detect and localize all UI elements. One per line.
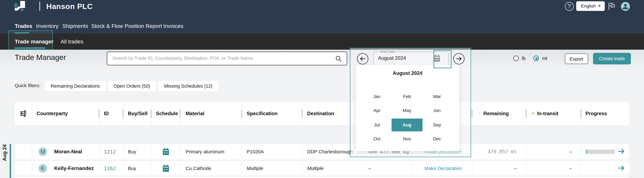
column-header-remaining[interactable]: Remaining <box>478 102 509 125</box>
column-header-in-transit-label: In-transit <box>537 111 558 116</box>
in-transit-cell: – <box>532 161 572 176</box>
filter-chip-remaining-declarations[interactable]: Remaining Declarations <box>44 80 106 92</box>
table-row-partial[interactable] <box>15 177 629 178</box>
cell-divider <box>526 161 526 176</box>
column-resize-handle[interactable] <box>241 110 242 118</box>
table-row[interactable]: M Moran-Neal 1212 Buy Primary aluminum P… <box>15 144 629 160</box>
column-resize-handle[interactable] <box>179 110 181 118</box>
user-avatar[interactable] <box>621 2 630 11</box>
in-transit-cell: – <box>532 144 572 160</box>
month-picker-title[interactable]: August 2024 <box>356 70 459 76</box>
search-icon[interactable] <box>335 55 342 63</box>
trade-id-link[interactable]: 1212 <box>104 144 116 160</box>
schedule-calendar-icon[interactable] <box>162 161 169 176</box>
tab-stock-and-flow[interactable]: Stock & Flow <box>91 23 123 29</box>
next-month-button[interactable] <box>453 53 464 64</box>
make-declaration-link[interactable]: Make Declaration <box>424 161 462 176</box>
month-option-apr[interactable]: Apr <box>362 104 392 117</box>
month-option-may[interactable]: May <box>392 104 422 117</box>
cell-divider <box>32 161 32 176</box>
destination-cell: DDP Charlesborough <box>307 144 353 160</box>
cell-divider <box>242 144 242 160</box>
month-option-dec[interactable]: Dec <box>422 132 452 145</box>
schedule-calendar-icon[interactable] <box>162 144 169 160</box>
scrollbar-thumb[interactable] <box>468 110 470 125</box>
remaining-cell: – <box>478 161 517 176</box>
unit-label-lb[interactable]: lb <box>522 56 526 61</box>
cell-divider <box>180 144 180 160</box>
column-resize-handle[interactable] <box>301 110 303 118</box>
column-resize-handle[interactable] <box>580 110 582 118</box>
column-header-buy-sell[interactable]: Buy/Sell <box>128 102 148 125</box>
cell-divider <box>526 144 526 160</box>
group-accent-bar <box>10 144 11 178</box>
month-option-sep[interactable]: Sep <box>422 118 452 132</box>
radio-dot <box>535 57 538 60</box>
subtab-all-trades[interactable]: All trades <box>60 38 83 45</box>
material-cell: Cu Cathode <box>186 161 211 176</box>
column-header-id[interactable]: ID <box>104 102 109 125</box>
cell-divider <box>362 161 363 176</box>
unit-label-mt[interactable]: mt <box>542 56 547 61</box>
cell-divider <box>472 161 472 176</box>
counterparty-avatar: K <box>38 164 47 173</box>
column-resize-handle[interactable] <box>472 110 473 118</box>
logo-divider <box>40 2 40 11</box>
tab-shipments[interactable]: Shipments <box>62 23 88 29</box>
remaining-cell: 479.057 mt <box>478 144 517 160</box>
tab-trades[interactable]: Trades <box>15 23 32 29</box>
language-selector[interactable]: English <box>576 1 605 11</box>
column-header-counterparty[interactable]: Counterparty <box>36 102 68 125</box>
column-resize-handle[interactable] <box>98 110 100 118</box>
subtab-trade-manager[interactable]: Trade manager <box>15 38 54 45</box>
create-trade-button[interactable]: Create trade <box>593 53 631 64</box>
help-icon[interactable]: ? <box>565 2 574 11</box>
column-header-in-transit[interactable]: In-transit <box>532 102 558 125</box>
cell-divider <box>411 161 411 176</box>
material-cell: Primary aluminum <box>186 144 224 160</box>
open-row-arrow-icon[interactable] <box>618 165 625 172</box>
column-settings-icon[interactable] <box>20 102 27 125</box>
filter-chip-missing-schedules[interactable]: Missing Schedules (12) <box>158 80 218 92</box>
cell-divider <box>302 161 302 176</box>
month-option-jul[interactable]: Jul <box>362 118 392 132</box>
column-header-specification[interactable]: Specification <box>247 102 278 125</box>
tab-invoices[interactable]: Invoices <box>163 23 183 29</box>
previous-month-button[interactable] <box>357 53 368 64</box>
progress-bar-fill <box>586 150 588 154</box>
filter-chip-open-orders[interactable]: Open Orders (50) <box>108 80 156 92</box>
month-option-aug-selected[interactable]: Aug <box>392 118 422 132</box>
export-button[interactable]: Export <box>565 54 588 64</box>
month-option-mar[interactable]: Mar <box>422 90 452 103</box>
unit-radio-lb[interactable] <box>513 56 519 61</box>
table-row[interactable]: K Kelly-Fernandez 1262 Buy Cu Cathode Mu… <box>15 161 629 176</box>
column-header-material[interactable]: Material <box>186 102 204 125</box>
destination-cell: Multiple <box>307 161 324 176</box>
active-subtab-indicator <box>14 47 45 49</box>
month-option-feb[interactable]: Feb <box>392 90 422 103</box>
cell-divider <box>123 144 124 160</box>
counterparty-name: Moran-Neal <box>54 149 82 154</box>
cell-divider <box>581 144 581 160</box>
open-row-arrow-icon[interactable] <box>618 148 625 155</box>
flag-icon[interactable] <box>608 2 615 10</box>
column-header-progress[interactable]: Progress <box>586 102 607 125</box>
tab-inventory[interactable]: Inventory <box>36 23 58 29</box>
column-resize-handle[interactable] <box>122 110 124 118</box>
month-option-oct[interactable]: Oct <box>362 132 392 145</box>
trade-id-link[interactable]: 1262 <box>104 161 116 176</box>
search-input[interactable] <box>112 53 328 63</box>
month-option-jan[interactable]: Jan <box>362 90 392 103</box>
month-option-nov[interactable]: Nov <box>392 132 422 145</box>
column-resize-handle[interactable] <box>150 110 152 118</box>
unit-radio-mt[interactable] <box>533 56 539 61</box>
column-divider <box>32 102 32 125</box>
column-header-schedule[interactable]: Schedule <box>156 102 178 125</box>
column-header-destination[interactable]: Destination <box>307 102 334 125</box>
column-resize-handle[interactable] <box>526 110 527 118</box>
month-picker-popup: August 2024 Jan Feb Mar Apr May Jun Jul … <box>356 65 459 151</box>
month-option-jun[interactable]: Jun <box>422 104 452 117</box>
calendar-icon-focus-ring <box>434 50 452 68</box>
in-transit-status-dot <box>532 112 534 115</box>
tab-position-report[interactable]: Position Report <box>125 23 162 29</box>
